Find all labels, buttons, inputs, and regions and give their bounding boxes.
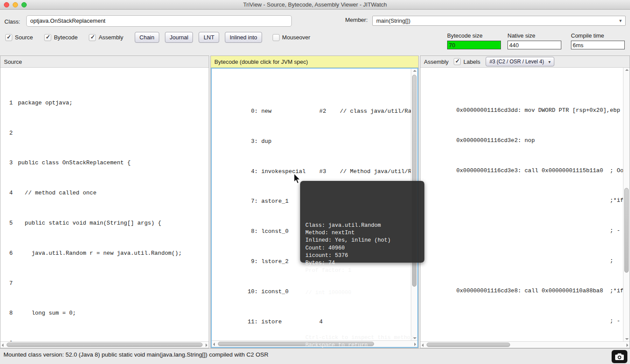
assembly-line[interactable]: 0x00000001116cd3dd: mov DWORD PTR [rsp+0…: [422, 99, 623, 107]
class-label: Class:: [4, 18, 20, 25]
tooltip-line: iicount: 5376: [305, 252, 419, 260]
assembly-line-text: ;*if_icmpge: [456, 197, 623, 204]
stat-value: 70: [447, 41, 501, 49]
source-line[interactable]: 7: [2, 280, 209, 287]
class-input[interactable]: optjava.OnStackReplacement: [26, 15, 292, 27]
source-line[interactable]: 5 public static void main(String[] args)…: [2, 219, 209, 227]
assembly-line[interactable]: ;*if_icmpge: [422, 189, 623, 197]
scrollbar-thumb[interactable]: [7, 343, 203, 347]
checkbox-label: Source: [15, 34, 33, 41]
bytecode-line-text: 4: invokespecial #3 // Method java/util/…: [248, 168, 411, 175]
assembly-vertical-scrollbar[interactable]: [623, 68, 630, 341]
source-line[interactable]: 2: [2, 129, 209, 137]
bytecode-line[interactable]: 4: invokespecial #3 // Method java/util/…: [214, 160, 411, 167]
source-line[interactable]: 3 public class OnStackReplacement {: [2, 159, 209, 166]
assembly-line[interactable]: 0x00000001116cd3e8: call 0x0000000110a88…: [422, 280, 623, 287]
window-title: TriView - Source, Bytecode, Assembly Vie…: [243, 1, 387, 8]
source-code-area: 1 package optjava; 2 3 public class OnSt…: [0, 68, 209, 341]
source-panel-title: Source: [4, 59, 22, 65]
assembly-line-text: 0x00000001116cd3e8: call 0x0000000110a88…: [456, 288, 623, 294]
bytecode-line[interactable]: 3: dup: [214, 130, 411, 138]
source-line-number: 1: [2, 99, 13, 107]
source-line[interactable]: 8 long sum = 0;: [2, 309, 209, 317]
checkbox-label: Labels: [463, 59, 480, 65]
mouseover-checkbox[interactable]: Mouseover: [273, 34, 310, 41]
toolbar-button[interactable]: Chain: [135, 32, 159, 43]
bytecode-line-text: 0: new #2 // class java/util/Random: [248, 108, 411, 114]
assembly-line-text: ; - optjava.: [456, 318, 623, 324]
source-horizontal-scrollbar[interactable]: [0, 341, 209, 348]
scroll-up-icon[interactable]: [413, 70, 416, 72]
source-line-number: 2: [2, 129, 13, 137]
toolbar-button[interactable]: LNT: [199, 32, 219, 43]
source-line-text: public static void main(String[] args) {: [18, 219, 161, 227]
checkbox-icon: [5, 34, 12, 41]
assembly-line[interactable]: ; - optjava.: [422, 219, 623, 227]
close-window-icon[interactable]: [4, 2, 9, 7]
source-line-text: long sum = 0;: [18, 309, 76, 317]
source-line-number: 5: [2, 219, 13, 227]
checkbox-icon: [454, 58, 461, 65]
assembly-line[interactable]: 0x00000001116cd3e2: nop: [422, 129, 623, 137]
source-line-number: 7: [2, 280, 13, 287]
bytecode-panel-header: Bytecode (double click for JVM spec): [211, 56, 418, 68]
screenshot-button[interactable]: [612, 350, 627, 363]
scroll-left-icon[interactable]: [213, 343, 215, 346]
tooltip-help-line: Backspace to return: [305, 342, 419, 349]
member-label: Member:: [345, 17, 368, 23]
source-line[interactable]: 4 // method called once: [2, 189, 209, 197]
assembly-line-text: 0x00000001116cd3e2: nop: [456, 137, 535, 144]
bytecode-line-text: 10: iconst_0: [248, 288, 289, 295]
source-line-number: 4: [2, 189, 13, 197]
toolbar-button[interactable]: Journal: [165, 32, 193, 43]
chevron-down-icon: ▾: [548, 59, 550, 64]
assembly-line-text: 0x00000001116cd3dd: mov DWORD PTR [rsp+0…: [456, 107, 620, 114]
scroll-right-icon[interactable]: [626, 343, 628, 347]
window-titlebar: TriView - Source, Bytecode, Assembly Vie…: [0, 0, 630, 10]
scroll-up-icon[interactable]: [625, 69, 629, 71]
camera-icon: [615, 353, 624, 361]
source-line-number: 6: [2, 250, 13, 257]
scroll-right-icon[interactable]: [206, 343, 207, 347]
view-checkbox[interactable]: Assembly: [89, 34, 123, 41]
scroll-left-icon[interactable]: [2, 343, 4, 347]
stat-field: Compile time 6ms: [571, 32, 625, 49]
inline-method-tooltip: Class: java.util.RandomMethod: nextIntIn…: [300, 181, 424, 263]
zoom-window-icon[interactable]: [21, 2, 27, 7]
view-checkbox[interactable]: Source: [5, 34, 33, 41]
tooltip-line: Bytes: 74: [305, 260, 419, 267]
bytecode-line[interactable]: 0: new #2 // class java/util/Random: [214, 100, 411, 107]
assembly-line[interactable]: 0x00000001116cd3e3: call 0x00000001115b1…: [422, 159, 623, 166]
assembly-panel-header: Assembly Labels #3 (C2 / OSR / Level 4) …: [420, 56, 630, 68]
scrollbar-thumb[interactable]: [624, 188, 629, 273]
tooltip-line: Count: 40960: [305, 245, 419, 252]
scrollbar-thumb[interactable]: [427, 343, 510, 347]
assembly-line[interactable]: ; - optjava.: [422, 309, 623, 317]
source-line[interactable]: 6 java.util.Random r = new java.util.Ran…: [2, 250, 209, 257]
checkbox-icon: [89, 34, 96, 41]
bytecode-line-text: 9: lstore_2: [248, 258, 289, 265]
scroll-left-icon[interactable]: [422, 343, 424, 347]
stat-label: Native size: [508, 32, 561, 39]
source-line-text: java.util.Random r = new java.util.Rando…: [18, 250, 182, 257]
assembly-horizontal-scrollbar[interactable]: [420, 341, 630, 348]
labels-checkbox[interactable]: Labels: [454, 58, 480, 65]
source-line[interactable]: 1 package optjava;: [2, 99, 209, 107]
stat-label: Bytecode size: [447, 32, 501, 39]
compilation-select[interactable]: #3 (C2 / OSR / Level 4) ▾: [486, 57, 555, 66]
minimize-window-icon[interactable]: [13, 2, 18, 7]
member-select[interactable]: main(String[]) ▾: [372, 16, 626, 26]
view-checkbox[interactable]: Bytecode: [44, 34, 77, 41]
compilation-select-value: #3 (C2 / OSR / Level 4): [490, 59, 544, 65]
bytecode-line-text: 8: lconst_0: [248, 228, 289, 235]
assembly-panel-title: Assembly: [424, 59, 448, 65]
checkbox-label: Mouseover: [282, 34, 310, 41]
chevron-down-icon: ▾: [619, 18, 622, 24]
assembly-code-area: 0x00000001116cd3dd: mov DWORD PTR [rsp+0…: [420, 68, 623, 341]
assembly-line[interactable]: ; {runtime: [422, 250, 623, 257]
stat-value: 440: [508, 41, 561, 49]
scroll-down-icon[interactable]: [625, 338, 629, 340]
checkbox-label: Assembly: [98, 34, 123, 41]
toolbar-button[interactable]: Inlined into: [225, 32, 262, 43]
checkbox-icon: [44, 34, 51, 41]
